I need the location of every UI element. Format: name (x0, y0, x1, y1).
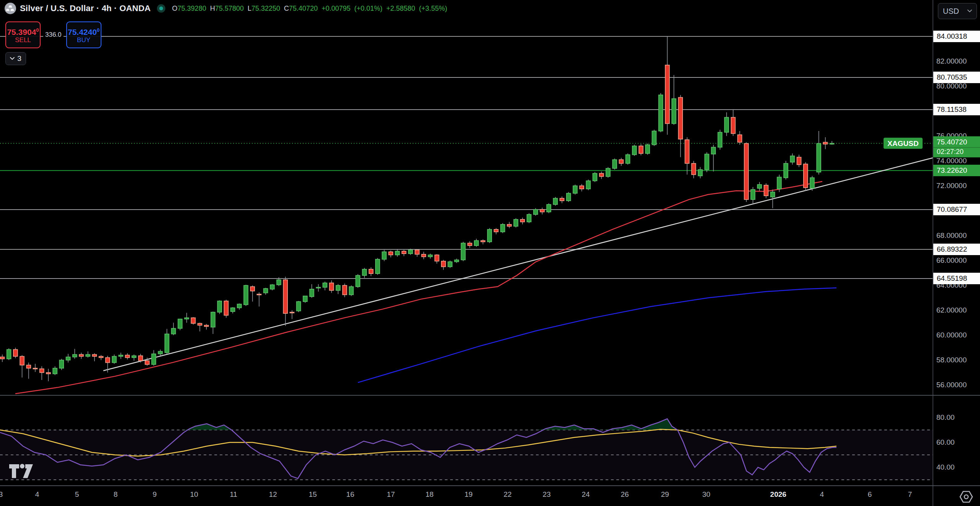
ma-blue-line[interactable] (358, 288, 836, 383)
candlestick (698, 170, 702, 176)
candlestick (487, 229, 492, 242)
current-price-badge: 75.4072002:27:20 (933, 136, 980, 157)
time-label: 12 (269, 490, 277, 499)
candlestick (612, 160, 617, 169)
candlestick (494, 229, 498, 232)
candlestick (402, 251, 406, 254)
candlestick (454, 260, 459, 262)
candlestick (92, 354, 96, 356)
hexagon-settings-icon[interactable] (957, 490, 975, 504)
candlestick (738, 135, 742, 142)
candlestick (349, 287, 353, 295)
price-level-badge: 78.11538 (933, 104, 980, 115)
price-level-badge: 84.00318 (933, 31, 980, 42)
time-label: 23 (542, 490, 550, 499)
market-status-icon[interactable] (157, 4, 165, 13)
spread-value: 336.0 (43, 30, 64, 39)
candlestick (330, 283, 334, 291)
change-percent-period: (+3.55%) (419, 5, 448, 13)
candlestick (520, 219, 524, 222)
candlestick (553, 198, 557, 205)
candlestick (178, 319, 182, 328)
time-label: 15 (309, 490, 317, 499)
candlestick (20, 356, 24, 365)
candlestick (316, 287, 320, 288)
candlestick (758, 185, 762, 188)
time-label-year: 2026 (770, 490, 786, 499)
time-label: 7 (908, 490, 912, 499)
candlestick (441, 261, 446, 267)
candlestick (382, 252, 386, 259)
candlestick (363, 269, 367, 275)
silver-coin-icon (5, 3, 16, 14)
candlestick (336, 285, 340, 290)
price-axis[interactable]: 82.0000080.0000076.0000074.0000072.00000… (933, 0, 980, 486)
candlestick (13, 349, 18, 356)
candlestick (797, 157, 801, 165)
candlestick (678, 97, 683, 139)
candlestick (645, 145, 650, 154)
candlestick (784, 164, 788, 178)
chevron-down-icon (967, 10, 972, 13)
drawings-count-dropdown[interactable]: 3 (5, 52, 26, 65)
candlestick (540, 210, 544, 212)
candlestick (224, 301, 228, 315)
candlestick (165, 334, 169, 353)
candlestick (744, 144, 748, 200)
time-label: 10 (190, 490, 198, 499)
time-label: 5 (75, 490, 79, 499)
price-tick-label: 56.00000 (936, 381, 967, 389)
candlestick (145, 361, 149, 365)
candlestick (421, 254, 426, 257)
time-label: 6 (868, 490, 872, 499)
candlestick (198, 323, 202, 325)
time-axis[interactable]: 3458910111215161718192223242629302026467 (0, 486, 980, 506)
rsi-tick-label: 60.00 (936, 438, 955, 447)
candlestick (53, 368, 57, 374)
trendline[interactable] (103, 158, 933, 371)
ohlc-readout: O75.39280 H75.57800 L75.32250 C75.40720 … (172, 5, 448, 13)
candlestick (586, 181, 590, 189)
candlestick (415, 250, 419, 254)
candlestick (86, 354, 90, 356)
candlestick (474, 241, 479, 246)
candlestick (705, 154, 709, 170)
currency-selector[interactable]: USD (938, 3, 977, 19)
candlestick (777, 177, 781, 189)
candlestick (830, 143, 834, 144)
candlestick (231, 308, 235, 312)
candlestick (711, 147, 715, 154)
price-level-badge: 66.89322 (933, 244, 980, 255)
buy-button[interactable]: 75.42400 BUY (66, 21, 101, 48)
candlestick (659, 95, 663, 131)
price-tick-label: 68.00000 (936, 231, 967, 240)
symbol-title[interactable]: Silver / U.S. Dollar · 4h · OANDA (20, 3, 151, 13)
candlestick (172, 328, 176, 334)
candlestick (560, 198, 564, 201)
candlestick (250, 287, 255, 291)
change-absolute-period: +2.58580 (386, 5, 415, 13)
price-tick-label: 66.00000 (936, 256, 967, 265)
candlestick (580, 186, 584, 189)
candlestick (599, 174, 604, 177)
candlestick (277, 280, 281, 285)
time-label: 22 (503, 490, 511, 499)
price-tick-label: 60.00000 (936, 331, 967, 339)
candlestick (652, 131, 656, 145)
candlestick (606, 169, 610, 177)
candlestick (527, 215, 531, 222)
candlestick (665, 65, 670, 124)
candlestick (428, 255, 433, 257)
sell-button[interactable]: 75.39040 SELL (5, 21, 41, 48)
candlestick (310, 289, 314, 297)
candlestick (507, 224, 511, 226)
candlestick (0, 357, 5, 359)
candlestick (573, 186, 577, 193)
candlestick (99, 356, 103, 357)
rsi-tick-label: 40.00 (936, 463, 955, 472)
price-tick-label: 80.00000 (936, 82, 967, 90)
candlestick (593, 174, 597, 181)
candlestick (810, 178, 814, 188)
candlestick (771, 192, 775, 197)
chart-canvas[interactable] (0, 0, 980, 506)
